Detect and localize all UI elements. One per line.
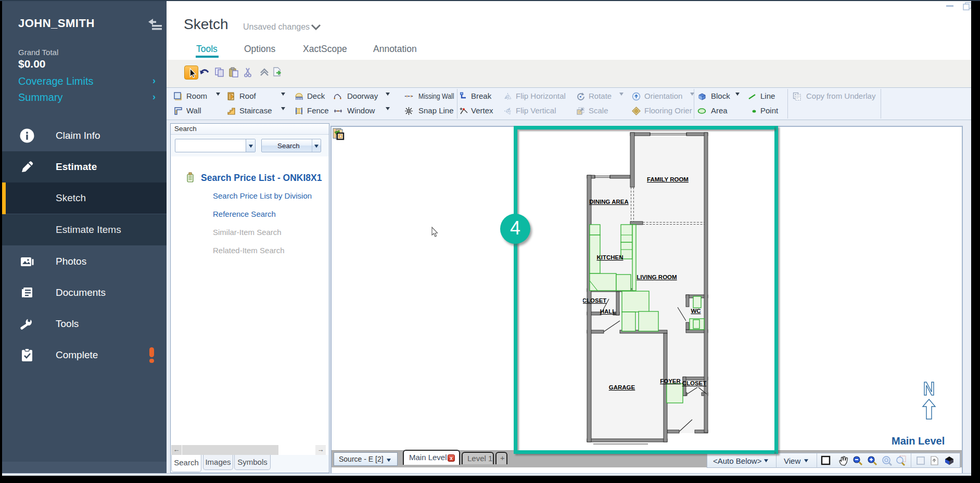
svg-text:CLOSET: CLOSET <box>682 380 707 386</box>
svg-text:FOYER: FOYER <box>660 378 681 384</box>
svg-text:WC: WC <box>691 308 701 314</box>
svg-text:KITCHEN: KITCHEN <box>596 254 623 260</box>
svg-text:CLOSET: CLOSET <box>583 297 606 304</box>
svg-text:FAMILY ROOM: FAMILY ROOM <box>647 176 689 182</box>
svg-text:LIVING ROOM: LIVING ROOM <box>637 274 677 280</box>
svg-text:DINING AREA: DINING AREA <box>589 199 629 205</box>
svg-text:GARAGE: GARAGE <box>609 384 635 390</box>
svg-text:HALL: HALL <box>600 308 616 315</box>
